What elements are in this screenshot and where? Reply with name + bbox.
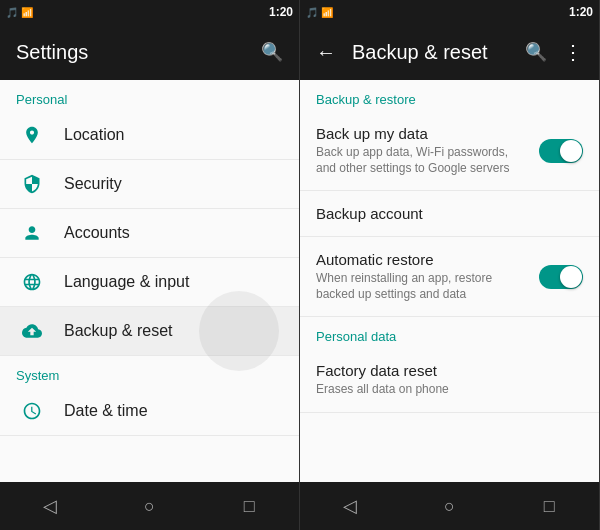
notification-icons-left: 🎵 📶: [6, 7, 33, 18]
bottom-nav-right: ◁ ○ □: [300, 482, 599, 530]
location-icon: [16, 125, 48, 145]
status-bar-left: 🎵 📶 1:20: [0, 0, 299, 24]
accounts-label: Accounts: [64, 224, 130, 242]
system-section-label: System: [0, 356, 299, 387]
auto-restore-desc: When reinstalling an app, restore backed…: [316, 271, 531, 302]
search-icon[interactable]: 🔍: [261, 41, 283, 63]
security-icon: [16, 174, 48, 194]
settings-top-bar: Settings 🔍: [0, 24, 299, 80]
backup-icon: [16, 321, 48, 341]
sidebar-item-accounts[interactable]: Accounts: [0, 209, 299, 258]
back-button-right[interactable]: ◁: [330, 486, 370, 526]
datetime-icon: [16, 401, 48, 421]
backup-top-bar: ← Backup & reset 🔍 ⋮: [300, 24, 599, 80]
backup-title: Backup & reset: [352, 41, 517, 64]
backup-data-title: Back up my data: [316, 125, 531, 142]
factory-reset-content: Factory data reset Erases all data on ph…: [316, 362, 583, 398]
settings-title: Settings: [16, 41, 253, 64]
status-time-right: 1:20: [569, 5, 593, 19]
backup-label: Backup & reset: [64, 322, 173, 340]
home-button-left[interactable]: ○: [129, 486, 169, 526]
back-button-left[interactable]: ◁: [30, 486, 70, 526]
factory-reset-title: Factory data reset: [316, 362, 575, 379]
auto-restore-content: Automatic restore When reinstalling an a…: [316, 251, 539, 302]
factory-reset-desc: Erases all data on phone: [316, 382, 575, 398]
factory-reset-item[interactable]: Factory data reset Erases all data on ph…: [300, 348, 599, 413]
backup-account-content: Backup account: [316, 205, 583, 222]
auto-restore-toggle-thumb: [560, 266, 582, 288]
back-arrow-icon[interactable]: ←: [316, 41, 336, 64]
security-label: Security: [64, 175, 122, 193]
backup-data-toggle[interactable]: [539, 139, 583, 163]
status-time-left: 1:20: [269, 5, 293, 19]
status-bar-right: 🎵 📶 1:20: [300, 0, 599, 24]
right-panel: 🎵 📶 1:20 ← Backup & reset 🔍 ⋮ Backup & r…: [300, 0, 600, 530]
backup-account-item[interactable]: Backup account: [300, 191, 599, 237]
language-icon: [16, 272, 48, 292]
sidebar-item-backup[interactable]: Backup & reset: [0, 307, 299, 356]
bottom-nav-left: ◁ ○ □: [0, 482, 299, 530]
sidebar-item-location[interactable]: Location: [0, 111, 299, 160]
auto-restore-title: Automatic restore: [316, 251, 531, 268]
auto-restore-item[interactable]: Automatic restore When reinstalling an a…: [300, 237, 599, 317]
backup-data-desc: Back up app data, Wi-Fi passwords, and o…: [316, 145, 531, 176]
accounts-icon: [16, 223, 48, 243]
status-bar-left-icons: 🎵 📶: [6, 7, 33, 18]
search-icon-right[interactable]: 🔍: [525, 41, 547, 63]
backup-account-title: Backup account: [316, 205, 575, 222]
backup-data-item[interactable]: Back up my data Back up app data, Wi-Fi …: [300, 111, 599, 191]
sidebar-item-language[interactable]: Language & input: [0, 258, 299, 307]
backup-restore-label: Backup & restore: [300, 80, 599, 111]
sidebar-item-security[interactable]: Security: [0, 160, 299, 209]
personal-data-label: Personal data: [300, 317, 599, 348]
backup-data-content: Back up my data Back up app data, Wi-Fi …: [316, 125, 539, 176]
left-panel: 🎵 📶 1:20 Settings 🔍 Personal Location Se…: [0, 0, 300, 530]
recent-button-right[interactable]: □: [529, 486, 569, 526]
recent-button-left[interactable]: □: [229, 486, 269, 526]
backup-data-toggle-thumb: [560, 140, 582, 162]
personal-section-label: Personal: [0, 80, 299, 111]
datetime-label: Date & time: [64, 402, 148, 420]
notification-icons-right: 🎵 📶: [306, 7, 333, 18]
status-bar-right-icons: 🎵 📶: [306, 7, 333, 18]
more-options-icon[interactable]: ⋮: [563, 40, 583, 64]
home-button-right[interactable]: ○: [429, 486, 469, 526]
auto-restore-toggle[interactable]: [539, 265, 583, 289]
language-label: Language & input: [64, 273, 189, 291]
location-label: Location: [64, 126, 125, 144]
sidebar-item-datetime[interactable]: Date & time: [0, 387, 299, 436]
